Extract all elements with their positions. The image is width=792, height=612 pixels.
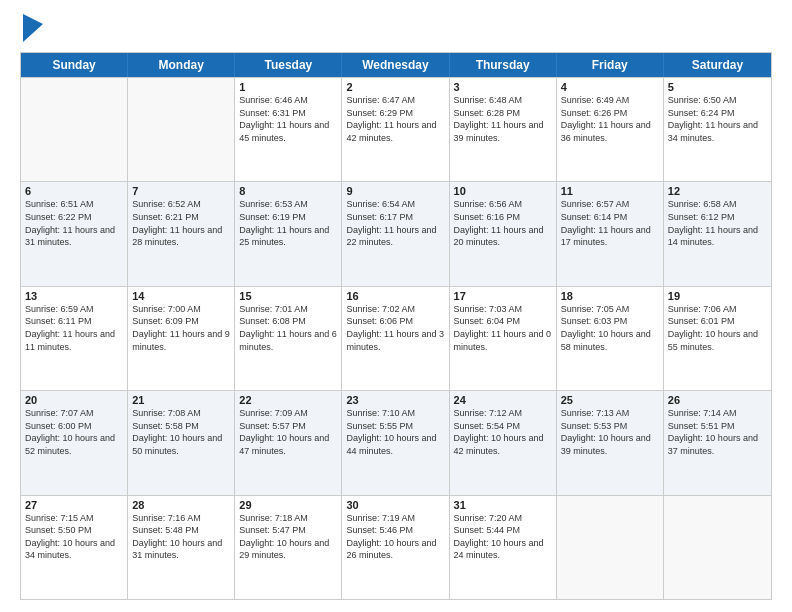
- calendar-row: 20Sunrise: 7:07 AM Sunset: 6:00 PM Dayli…: [21, 390, 771, 494]
- day-number: 8: [239, 185, 337, 197]
- cal-header-cell: Monday: [128, 53, 235, 77]
- day-info: Sunrise: 7:08 AM Sunset: 5:58 PM Dayligh…: [132, 407, 230, 457]
- day-info: Sunrise: 7:00 AM Sunset: 6:09 PM Dayligh…: [132, 303, 230, 353]
- day-info: Sunrise: 7:18 AM Sunset: 5:47 PM Dayligh…: [239, 512, 337, 562]
- day-number: 31: [454, 499, 552, 511]
- calendar-cell: 17Sunrise: 7:03 AM Sunset: 6:04 PM Dayli…: [450, 287, 557, 390]
- day-info: Sunrise: 6:47 AM Sunset: 6:29 PM Dayligh…: [346, 94, 444, 144]
- day-info: Sunrise: 6:59 AM Sunset: 6:11 PM Dayligh…: [25, 303, 123, 353]
- calendar-cell: 30Sunrise: 7:19 AM Sunset: 5:46 PM Dayli…: [342, 496, 449, 599]
- calendar-cell: 10Sunrise: 6:56 AM Sunset: 6:16 PM Dayli…: [450, 182, 557, 285]
- calendar-cell: 6Sunrise: 6:51 AM Sunset: 6:22 PM Daylig…: [21, 182, 128, 285]
- day-number: 7: [132, 185, 230, 197]
- calendar-cell: [21, 78, 128, 181]
- day-info: Sunrise: 6:46 AM Sunset: 6:31 PM Dayligh…: [239, 94, 337, 144]
- calendar-cell: 20Sunrise: 7:07 AM Sunset: 6:00 PM Dayli…: [21, 391, 128, 494]
- day-number: 23: [346, 394, 444, 406]
- day-number: 15: [239, 290, 337, 302]
- day-number: 29: [239, 499, 337, 511]
- cal-header-cell: Wednesday: [342, 53, 449, 77]
- day-number: 12: [668, 185, 767, 197]
- calendar-cell: 18Sunrise: 7:05 AM Sunset: 6:03 PM Dayli…: [557, 287, 664, 390]
- cal-header-cell: Thursday: [450, 53, 557, 77]
- day-number: 21: [132, 394, 230, 406]
- calendar-cell: 28Sunrise: 7:16 AM Sunset: 5:48 PM Dayli…: [128, 496, 235, 599]
- calendar-cell: [664, 496, 771, 599]
- day-number: 3: [454, 81, 552, 93]
- calendar-cell: 4Sunrise: 6:49 AM Sunset: 6:26 PM Daylig…: [557, 78, 664, 181]
- calendar-cell: 11Sunrise: 6:57 AM Sunset: 6:14 PM Dayli…: [557, 182, 664, 285]
- day-info: Sunrise: 7:01 AM Sunset: 6:08 PM Dayligh…: [239, 303, 337, 353]
- header: [20, 16, 772, 42]
- day-number: 16: [346, 290, 444, 302]
- day-info: Sunrise: 7:19 AM Sunset: 5:46 PM Dayligh…: [346, 512, 444, 562]
- day-info: Sunrise: 6:57 AM Sunset: 6:14 PM Dayligh…: [561, 198, 659, 248]
- day-info: Sunrise: 6:56 AM Sunset: 6:16 PM Dayligh…: [454, 198, 552, 248]
- day-number: 5: [668, 81, 767, 93]
- day-number: 14: [132, 290, 230, 302]
- calendar-cell: 5Sunrise: 6:50 AM Sunset: 6:24 PM Daylig…: [664, 78, 771, 181]
- calendar-cell: [128, 78, 235, 181]
- day-info: Sunrise: 6:54 AM Sunset: 6:17 PM Dayligh…: [346, 198, 444, 248]
- calendar-cell: 25Sunrise: 7:13 AM Sunset: 5:53 PM Dayli…: [557, 391, 664, 494]
- logo: [20, 16, 43, 42]
- day-info: Sunrise: 7:20 AM Sunset: 5:44 PM Dayligh…: [454, 512, 552, 562]
- day-number: 25: [561, 394, 659, 406]
- day-number: 13: [25, 290, 123, 302]
- day-number: 24: [454, 394, 552, 406]
- calendar-cell: 26Sunrise: 7:14 AM Sunset: 5:51 PM Dayli…: [664, 391, 771, 494]
- calendar-header-row: SundayMondayTuesdayWednesdayThursdayFrid…: [21, 53, 771, 77]
- day-info: Sunrise: 6:51 AM Sunset: 6:22 PM Dayligh…: [25, 198, 123, 248]
- day-number: 4: [561, 81, 659, 93]
- calendar-body: 1Sunrise: 6:46 AM Sunset: 6:31 PM Daylig…: [21, 77, 771, 599]
- day-info: Sunrise: 7:12 AM Sunset: 5:54 PM Dayligh…: [454, 407, 552, 457]
- calendar-cell: 19Sunrise: 7:06 AM Sunset: 6:01 PM Dayli…: [664, 287, 771, 390]
- day-info: Sunrise: 7:02 AM Sunset: 6:06 PM Dayligh…: [346, 303, 444, 353]
- day-number: 28: [132, 499, 230, 511]
- cal-header-cell: Sunday: [21, 53, 128, 77]
- day-number: 19: [668, 290, 767, 302]
- calendar-cell: 3Sunrise: 6:48 AM Sunset: 6:28 PM Daylig…: [450, 78, 557, 181]
- calendar-cell: 21Sunrise: 7:08 AM Sunset: 5:58 PM Dayli…: [128, 391, 235, 494]
- calendar-row: 27Sunrise: 7:15 AM Sunset: 5:50 PM Dayli…: [21, 495, 771, 599]
- calendar-cell: 12Sunrise: 6:58 AM Sunset: 6:12 PM Dayli…: [664, 182, 771, 285]
- calendar-row: 1Sunrise: 6:46 AM Sunset: 6:31 PM Daylig…: [21, 77, 771, 181]
- calendar-cell: 23Sunrise: 7:10 AM Sunset: 5:55 PM Dayli…: [342, 391, 449, 494]
- calendar-cell: 2Sunrise: 6:47 AM Sunset: 6:29 PM Daylig…: [342, 78, 449, 181]
- day-info: Sunrise: 7:05 AM Sunset: 6:03 PM Dayligh…: [561, 303, 659, 353]
- calendar-cell: 22Sunrise: 7:09 AM Sunset: 5:57 PM Dayli…: [235, 391, 342, 494]
- svg-marker-0: [23, 14, 43, 42]
- day-info: Sunrise: 6:48 AM Sunset: 6:28 PM Dayligh…: [454, 94, 552, 144]
- calendar-cell: 8Sunrise: 6:53 AM Sunset: 6:19 PM Daylig…: [235, 182, 342, 285]
- day-info: Sunrise: 7:10 AM Sunset: 5:55 PM Dayligh…: [346, 407, 444, 457]
- calendar: SundayMondayTuesdayWednesdayThursdayFrid…: [20, 52, 772, 600]
- day-number: 30: [346, 499, 444, 511]
- day-info: Sunrise: 6:49 AM Sunset: 6:26 PM Dayligh…: [561, 94, 659, 144]
- cal-header-cell: Friday: [557, 53, 664, 77]
- day-info: Sunrise: 7:14 AM Sunset: 5:51 PM Dayligh…: [668, 407, 767, 457]
- calendar-row: 13Sunrise: 6:59 AM Sunset: 6:11 PM Dayli…: [21, 286, 771, 390]
- day-number: 20: [25, 394, 123, 406]
- calendar-cell: 13Sunrise: 6:59 AM Sunset: 6:11 PM Dayli…: [21, 287, 128, 390]
- day-number: 1: [239, 81, 337, 93]
- day-info: Sunrise: 7:03 AM Sunset: 6:04 PM Dayligh…: [454, 303, 552, 353]
- day-info: Sunrise: 7:06 AM Sunset: 6:01 PM Dayligh…: [668, 303, 767, 353]
- calendar-cell: 15Sunrise: 7:01 AM Sunset: 6:08 PM Dayli…: [235, 287, 342, 390]
- calendar-cell: 16Sunrise: 7:02 AM Sunset: 6:06 PM Dayli…: [342, 287, 449, 390]
- day-info: Sunrise: 6:52 AM Sunset: 6:21 PM Dayligh…: [132, 198, 230, 248]
- cal-header-cell: Tuesday: [235, 53, 342, 77]
- day-number: 17: [454, 290, 552, 302]
- calendar-cell: 7Sunrise: 6:52 AM Sunset: 6:21 PM Daylig…: [128, 182, 235, 285]
- day-number: 11: [561, 185, 659, 197]
- day-info: Sunrise: 6:50 AM Sunset: 6:24 PM Dayligh…: [668, 94, 767, 144]
- day-number: 9: [346, 185, 444, 197]
- day-number: 6: [25, 185, 123, 197]
- day-info: Sunrise: 6:58 AM Sunset: 6:12 PM Dayligh…: [668, 198, 767, 248]
- calendar-cell: 27Sunrise: 7:15 AM Sunset: 5:50 PM Dayli…: [21, 496, 128, 599]
- day-info: Sunrise: 7:07 AM Sunset: 6:00 PM Dayligh…: [25, 407, 123, 457]
- day-info: Sunrise: 7:09 AM Sunset: 5:57 PM Dayligh…: [239, 407, 337, 457]
- day-number: 22: [239, 394, 337, 406]
- calendar-cell: [557, 496, 664, 599]
- day-info: Sunrise: 7:16 AM Sunset: 5:48 PM Dayligh…: [132, 512, 230, 562]
- day-info: Sunrise: 7:15 AM Sunset: 5:50 PM Dayligh…: [25, 512, 123, 562]
